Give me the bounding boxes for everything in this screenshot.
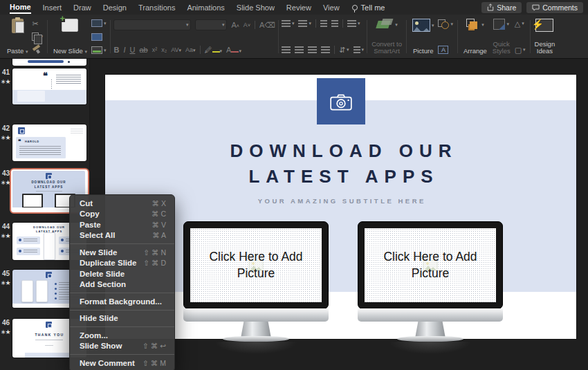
- justify-button[interactable]: [321, 46, 330, 53]
- align-left-button[interactable]: [282, 46, 291, 53]
- slide-canvas[interactable]: DOWNLOAD OUR LATEST APPS YOUR AMAZING SU…: [105, 75, 576, 339]
- menu-tab-draw[interactable]: Draw: [73, 1, 91, 13]
- quick-styles-button[interactable]: ▾ QuickStyles: [491, 17, 512, 56]
- design-ideas-button[interactable]: DesignIdeas: [533, 17, 557, 56]
- reset-layout-button[interactable]: [91, 33, 107, 41]
- shape-fill-button[interactable]: △▾: [515, 19, 526, 28]
- monitor-mockup-left[interactable]: Click Here to Add Picture: [183, 221, 329, 354]
- menu-tab-slide-show[interactable]: Slide Show: [237, 1, 275, 13]
- slide-layout-button[interactable]: ▾: [91, 19, 107, 27]
- bullets-button[interactable]: ▾: [282, 20, 295, 27]
- context-menu-item-new-slide[interactable]: New Slide⇧ ⌘ N: [70, 247, 174, 258]
- ribbon-divider: [110, 20, 111, 53]
- transition-star-icon: ∗★: [1, 232, 10, 239]
- thumbnail-slide-42[interactable]: ❝ HAROLD: [12, 124, 86, 161]
- context-menu-item-delete-slide[interactable]: Delete Slide: [70, 268, 174, 279]
- ribbon-divider: [406, 20, 407, 53]
- copy-button[interactable]: ▾: [32, 33, 43, 41]
- increase-indent-button[interactable]: [331, 20, 338, 27]
- character-spacing-button[interactable]: AV▾: [171, 46, 181, 54]
- comments-button[interactable]: Comments: [526, 2, 583, 13]
- context-menu-item-cut[interactable]: Cut⌘ X: [70, 198, 174, 209]
- shrink-font-button[interactable]: A˅: [244, 21, 250, 29]
- monitor-bezel: Click Here to Add Picture: [358, 221, 503, 309]
- subscript-button[interactable]: x₂: [161, 46, 167, 54]
- cut-button[interactable]: ✂: [32, 19, 43, 28]
- strikethrough-button[interactable]: ab: [139, 46, 147, 54]
- context-menu-item-label: Hide Slide: [80, 314, 118, 322]
- share-icon: [487, 3, 494, 11]
- columns-button[interactable]: ▾: [353, 46, 365, 53]
- context-menu-separator: [70, 310, 174, 311]
- slide-title[interactable]: DOWNLOAD OUR LATEST APPS: [105, 138, 576, 189]
- italic-button[interactable]: I: [123, 46, 125, 54]
- line-spacing-button[interactable]: ▾: [347, 20, 360, 27]
- decrease-indent-button[interactable]: [320, 20, 327, 27]
- mini-text-lines: [56, 75, 81, 84]
- font-color-button[interactable]: A▾: [226, 46, 241, 54]
- picture-button[interactable]: ▾ Picture: [411, 17, 436, 56]
- format-painter-button[interactable]: [32, 46, 43, 54]
- smartart-icon: [376, 19, 394, 31]
- text-direction-button[interactable]: ⇵▾: [339, 46, 349, 54]
- mini-title: LATEST APPS: [12, 185, 85, 189]
- thumbnail-slide-40-partial[interactable]: [12, 59, 86, 66]
- picture-placeholder-left[interactable]: Click Here to Add Picture: [190, 228, 322, 302]
- new-slide-button[interactable]: New Slide ▾: [52, 17, 89, 56]
- section-button[interactable]: ▾: [91, 46, 107, 54]
- context-menu-item-duplicate-slide[interactable]: Duplicate Slide⇧ ⌘ D: [70, 258, 174, 269]
- arrange-button[interactable]: ▾ Arrange: [462, 17, 488, 56]
- context-menu-item-format-background[interactable]: Format Background...: [70, 296, 174, 307]
- slide-subtitle[interactable]: YOUR AMAZING SUBTITLE HERE: [105, 197, 576, 205]
- menu-tab-design[interactable]: Design: [103, 1, 127, 13]
- context-menu-item-copy[interactable]: Copy⌘ C: [70, 209, 174, 220]
- superscript-button[interactable]: x²: [152, 46, 158, 54]
- clear-formatting-button[interactable]: A⌫: [259, 21, 275, 29]
- mini-phone: [44, 232, 55, 260]
- mini-feature-row: [17, 237, 40, 244]
- menu-tab-insert[interactable]: Insert: [43, 1, 62, 13]
- menu-tab-view[interactable]: View: [323, 1, 340, 13]
- align-right-button[interactable]: [308, 46, 317, 53]
- context-menu-item-zoom[interactable]: Zoom...: [70, 330, 174, 341]
- shapes-icon: [438, 19, 449, 29]
- slides-group: New Slide ▾ ▾ ▾: [50, 17, 107, 56]
- logo-square[interactable]: [317, 78, 365, 124]
- tell-me[interactable]: Tell me: [352, 3, 385, 12]
- thumbnail-number: 44: [2, 223, 12, 230]
- context-menu-item-slide-show[interactable]: Slide Show⇧ ⌘ ↩: [70, 341, 174, 352]
- menu-tab-transitions[interactable]: Transitions: [138, 1, 175, 13]
- underline-button[interactable]: U: [129, 46, 135, 54]
- text-box-button[interactable]: A: [438, 46, 453, 54]
- convert-smartart-button[interactable]: ▾ Convert toSmartArt: [370, 17, 403, 56]
- context-menu-item-new-comment[interactable]: New Comment⇧ ⌘ M: [70, 358, 174, 369]
- highlight-color-button[interactable]: 🖉▾: [205, 46, 223, 54]
- bold-button[interactable]: B: [113, 46, 119, 54]
- thumbnail-slide-41[interactable]: ❝: [12, 68, 86, 104]
- menu-tab-animations[interactable]: Animations: [187, 1, 224, 13]
- ribbon-divider: [47, 20, 48, 53]
- shapes-button[interactable]: ▾: [438, 19, 453, 29]
- picture-placeholder-right[interactable]: Click Here to Add Picture: [365, 228, 496, 302]
- ribbon-divider: [367, 20, 367, 53]
- context-menu-item-hide-slide[interactable]: Hide Slide: [70, 313, 174, 324]
- section-icon: [91, 46, 102, 54]
- text-box-icon: A: [438, 46, 448, 54]
- context-menu-item-select-all[interactable]: Select All⌘ A: [70, 230, 174, 241]
- grow-font-button[interactable]: A˄: [231, 21, 239, 29]
- context-menu-item-add-section[interactable]: Add Section: [70, 279, 174, 290]
- context-menu-item-label: Cut: [80, 199, 93, 207]
- font-size-select[interactable]: ▾: [195, 19, 227, 30]
- monitor-mockup-right[interactable]: Click Here to Add Picture: [358, 221, 503, 354]
- menu-tab-home[interactable]: Home: [10, 1, 31, 14]
- paste-button[interactable]: Paste ▾: [6, 17, 29, 56]
- change-case-button[interactable]: Aa▾: [185, 46, 196, 54]
- font-name-select[interactable]: ▾: [113, 19, 191, 30]
- menu-tab-review[interactable]: Review: [286, 1, 311, 13]
- align-center-button[interactable]: [295, 46, 304, 53]
- shape-effects-button[interactable]: ▢▾: [515, 46, 526, 54]
- share-button[interactable]: Share: [481, 2, 522, 13]
- numbering-button[interactable]: ▾: [298, 20, 311, 27]
- monitor-base: [223, 336, 289, 342]
- context-menu-item-paste[interactable]: Paste⌘ V: [70, 219, 174, 230]
